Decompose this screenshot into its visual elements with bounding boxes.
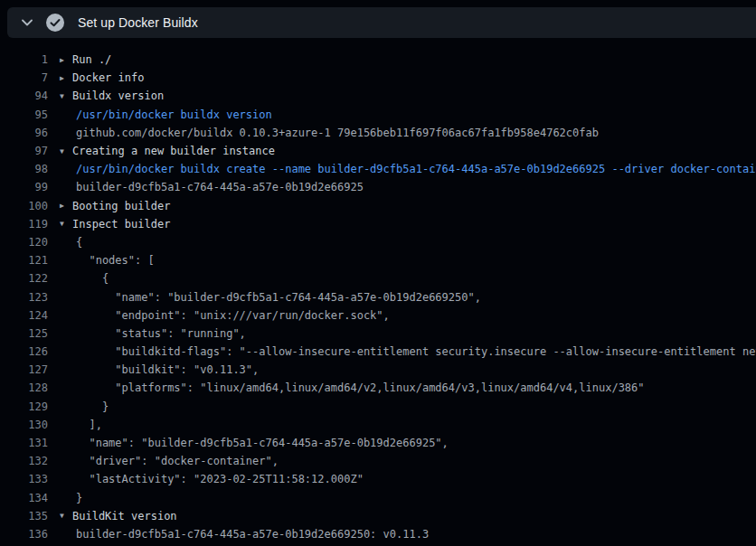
line-number[interactable]: 128 [0, 381, 48, 394]
log-text: Creating a new builder instance [72, 145, 275, 157]
log-line-body: builder-d9cfb5a1-c764-445a-a57e-0b19d2e6… [48, 181, 364, 193]
log-group-row[interactable]: 119▼Inspect builder [0, 215, 756, 233]
log-line-body: /usr/bin/docker buildx create --name bui… [48, 163, 756, 175]
line-number[interactable]: 94 [0, 89, 48, 102]
log-text: Inspect builder [72, 218, 170, 231]
line-number[interactable]: 7 [0, 71, 48, 84]
log-line: 127 "buildkit": "v0.11.3", [0, 361, 756, 379]
log-text: } [76, 400, 109, 413]
log-line-body: ▶Docker info [48, 71, 144, 84]
line-number[interactable]: 99 [0, 181, 48, 193]
log-line: 130 ], [0, 416, 756, 434]
log-text: "buildkitd-flags": "--allow-insecure-ent… [76, 345, 756, 358]
log-text: "driver": "docker-container", [76, 455, 279, 467]
line-number[interactable]: 124 [0, 309, 48, 322]
log-line-body: "buildkitd-flags": "--allow-insecure-ent… [48, 345, 756, 358]
log-line-body: "driver": "docker-container", [48, 455, 279, 467]
log-line-body: ▼Creating a new builder instance [48, 145, 275, 157]
line-number[interactable]: 126 [0, 345, 48, 358]
line-number[interactable]: 119 [0, 218, 48, 231]
line-number[interactable]: 125 [0, 327, 48, 340]
log-line-body: ▼BuildKit version [48, 510, 177, 522]
log-line-body: ▼Inspect builder [48, 218, 170, 231]
triangle-down-icon: ▼ [60, 220, 72, 228]
line-number[interactable]: 136 [0, 528, 48, 541]
line-number[interactable]: 127 [0, 363, 48, 376]
log-line: 128 "platforms": "linux/amd64,linux/amd6… [0, 379, 756, 397]
log-line: 136builder-d9cfb5a1-c764-445a-a57e-0b19d… [0, 525, 756, 543]
line-number[interactable]: 96 [0, 127, 48, 139]
log-line-body: "lastActivity": "2023-02-25T11:58:12.000… [48, 473, 364, 485]
triangle-right-icon: ▶ [60, 74, 72, 82]
line-number[interactable]: 122 [0, 272, 48, 285]
log-line-body: "name": "builder-d9cfb5a1-c764-445a-a57e… [48, 291, 481, 304]
log-line: 98/usr/bin/docker buildx create --name b… [0, 160, 756, 178]
log-group-row[interactable]: 1▶Run ./ [0, 51, 756, 69]
log-text: "nodes": [ [76, 254, 155, 267]
log-line: 124 "endpoint": "unix:///var/run/docker.… [0, 306, 756, 325]
line-number[interactable]: 123 [0, 291, 48, 304]
line-number[interactable]: 121 [0, 254, 48, 267]
log-line-body: "status": "running", [48, 327, 246, 340]
log-group-row[interactable]: 97▼Creating a new builder instance [0, 142, 756, 160]
log-line-body: ▶Booting builder [48, 200, 170, 212]
log-line-body: { [48, 236, 82, 249]
line-number[interactable]: 120 [0, 236, 48, 249]
log-group-row[interactable]: 100▶Booting builder [0, 197, 756, 215]
log-text: /usr/bin/docker buildx create --name bui… [76, 163, 756, 175]
log-group-row[interactable]: 7▶Docker info [0, 69, 756, 87]
log-line-body: /usr/bin/docker buildx version [48, 108, 272, 121]
log-text: Booting builder [72, 200, 170, 212]
log-text: /usr/bin/docker buildx version [76, 108, 272, 121]
log-group-row[interactable]: 135▼BuildKit version [0, 507, 756, 525]
log-text: github.com/docker/buildx 0.10.3+azure-1 … [76, 127, 599, 139]
log-line-body: github.com/docker/buildx 0.10.3+azure-1 … [48, 127, 599, 139]
line-number[interactable]: 134 [0, 492, 48, 504]
log-text: } [76, 492, 82, 504]
log-line: 96github.com/docker/buildx 0.10.3+azure-… [0, 124, 756, 142]
triangle-down-icon: ▼ [60, 147, 72, 155]
line-number[interactable]: 133 [0, 473, 48, 485]
log-line: 131 "name": "builder-d9cfb5a1-c764-445a-… [0, 434, 756, 452]
log-line-body: "name": "builder-d9cfb5a1-c764-445a-a57e… [48, 437, 449, 449]
log-line: 132 "driver": "docker-container", [0, 452, 756, 470]
line-number[interactable]: 130 [0, 419, 48, 431]
line-number[interactable]: 131 [0, 437, 48, 449]
line-number[interactable]: 98 [0, 163, 48, 175]
log-group-row[interactable]: 94▼Buildx version [0, 87, 756, 105]
log-text: ], [76, 419, 102, 431]
line-number[interactable]: 135 [0, 510, 48, 522]
line-number[interactable]: 95 [0, 108, 48, 121]
log-line-body: "nodes": [ [48, 254, 155, 267]
check-circle-icon [45, 13, 65, 33]
log-line: 133 "lastActivity": "2023-02-25T11:58:12… [0, 470, 756, 488]
log-line-body: builder-d9cfb5a1-c764-445a-a57e-0b19d2e6… [48, 528, 429, 541]
log-text: "status": "running", [76, 327, 246, 340]
triangle-down-icon: ▼ [60, 92, 72, 100]
line-number[interactable]: 100 [0, 200, 48, 212]
line-number[interactable]: 129 [0, 400, 48, 413]
log-line: 121 "nodes": [ [0, 251, 756, 269]
chevron-down-icon[interactable] [13, 19, 42, 26]
log-text: Buildx version [72, 89, 164, 102]
log-line: 95/usr/bin/docker buildx version [0, 106, 756, 124]
log-line: 99builder-d9cfb5a1-c764-445a-a57e-0b19d2… [0, 178, 756, 196]
line-number[interactable]: 132 [0, 455, 48, 467]
triangle-right-icon: ▶ [60, 56, 72, 64]
log-text: "name": "builder-d9cfb5a1-c764-445a-a57e… [76, 291, 481, 304]
log-line-body: { [48, 272, 109, 285]
log-line: 123 "name": "builder-d9cfb5a1-c764-445a-… [0, 287, 756, 306]
line-number[interactable]: 97 [0, 145, 48, 157]
log-text: builder-d9cfb5a1-c764-445a-a57e-0b19d2e6… [76, 528, 429, 541]
line-number[interactable]: 1 [0, 53, 48, 66]
log-line-body: ▶Run ./ [48, 53, 111, 66]
log-line: 134} [0, 489, 756, 507]
log-lines: 1▶Run ./7▶Docker info94▼Buildx version95… [0, 43, 756, 543]
log-line: 120{ [0, 233, 756, 251]
log-text: Run ./ [72, 53, 111, 66]
step-header[interactable]: Set up Docker Buildx [7, 7, 756, 38]
log-line-body: ▼Buildx version [48, 89, 164, 102]
log-line-body: "endpoint": "unix:///var/run/docker.sock… [48, 309, 390, 322]
log-text: "endpoint": "unix:///var/run/docker.sock… [76, 309, 390, 322]
log-line-body: } [48, 492, 82, 504]
